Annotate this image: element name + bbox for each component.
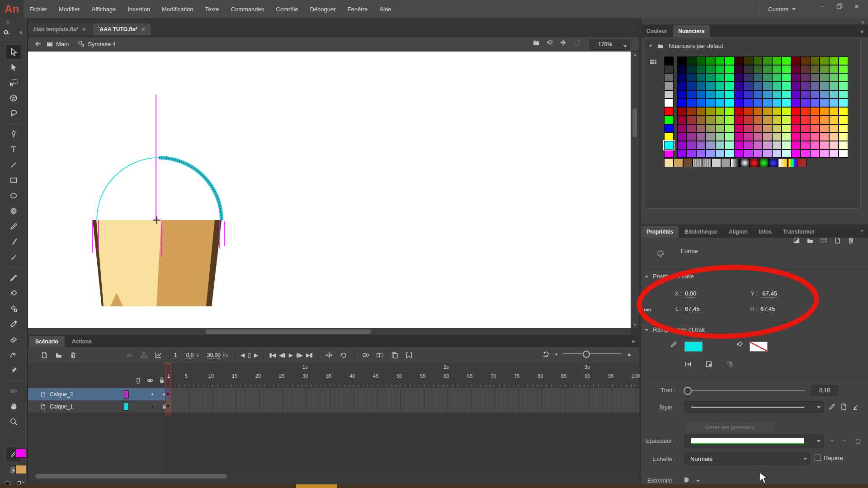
text-tool[interactable]: T — [6, 143, 21, 156]
swatch[interactable] — [810, 73, 820, 82]
swatch[interactable] — [782, 90, 791, 99]
rectangle-tool[interactable] — [6, 174, 21, 187]
timeline-panel-menu-icon[interactable]: ≡ — [632, 338, 635, 344]
custom-swatch[interactable] — [712, 159, 721, 167]
swatch[interactable] — [801, 73, 810, 82]
onion-skin-icon[interactable] — [360, 350, 372, 360]
minimize-button[interactable]: ─ — [814, 1, 831, 12]
menu-aide[interactable]: Aide — [373, 6, 397, 13]
swatch[interactable] — [782, 82, 791, 90]
pen-tool[interactable] — [6, 127, 21, 141]
swatch[interactable] — [706, 132, 715, 141]
zoom-out-frames-icon[interactable]: ▲ — [554, 352, 558, 356]
oval-tool[interactable] — [6, 189, 21, 202]
asset-warp-tool[interactable] — [6, 348, 21, 361]
swatch[interactable] — [744, 73, 753, 82]
swatch[interactable] — [801, 116, 810, 124]
layer-name[interactable]: Calque_2 — [50, 391, 73, 398]
swatch[interactable] — [734, 107, 744, 116]
swatch[interactable] — [820, 116, 829, 124]
stroke-width-field[interactable]: 0,10 — [811, 385, 838, 396]
swatch[interactable] — [677, 99, 687, 107]
swatch[interactable] — [696, 141, 706, 150]
custom-swatch[interactable] — [721, 159, 731, 167]
scroll-up-icon[interactable]: ▲ — [633, 52, 637, 57]
menu-deboguer[interactable]: Déboguer — [304, 6, 341, 13]
swatch[interactable] — [687, 116, 696, 124]
document-tab[interactable]: `AAA TUTO.fla*✕ — [93, 23, 151, 35]
workspace-switcher[interactable]: Custom — [760, 0, 796, 18]
timeline-horizontal-scrollbar[interactable] — [28, 473, 639, 480]
reset-timeline-zoom-icon[interactable] — [542, 350, 550, 357]
swatch[interactable] — [706, 124, 715, 133]
swatch[interactable] — [715, 73, 725, 82]
eraser-tool[interactable] — [6, 333, 21, 346]
swatch[interactable] — [772, 124, 782, 133]
ink-bottle-tool[interactable] — [6, 302, 21, 315]
lasso-tool[interactable] — [6, 107, 21, 120]
swatch[interactable] — [706, 99, 715, 107]
swatch[interactable] — [753, 107, 763, 116]
swatch[interactable] — [715, 150, 725, 158]
swatch[interactable] — [734, 73, 744, 82]
swatch[interactable] — [810, 150, 820, 158]
close-tab-icon[interactable]: ✕ — [82, 27, 86, 33]
back-arrow-icon[interactable] — [34, 40, 42, 47]
swatch[interactable] — [753, 150, 763, 158]
swatch[interactable] — [687, 82, 696, 90]
stroke-color-well[interactable] — [684, 342, 703, 352]
swatch[interactable] — [839, 141, 848, 150]
stroke-slider-handle[interactable] — [684, 387, 692, 395]
delete-layer-icon[interactable] — [67, 350, 79, 360]
eyedropper-tool[interactable] — [6, 317, 21, 331]
center-frame-icon[interactable] — [323, 350, 335, 360]
art-brush-tool[interactable] — [6, 235, 21, 249]
custom-swatch[interactable] — [750, 159, 759, 167]
swatch[interactable] — [782, 132, 791, 141]
step-back-button[interactable]: ◀ — [239, 352, 246, 358]
lock-column-icon[interactable] — [158, 376, 165, 384]
current-frame[interactable]: 1 — [173, 352, 178, 358]
swatch[interactable] — [677, 82, 687, 90]
timeline-ruler[interactable]: 1s2s3s1510152025303540455055606570758085… — [165, 363, 639, 388]
custom-swatch[interactable] — [683, 159, 693, 167]
swatch[interactable] — [791, 107, 801, 116]
swatch[interactable] — [791, 150, 801, 158]
swatch[interactable] — [801, 124, 810, 133]
tab-nuanciers[interactable]: Nuanciers — [673, 25, 710, 37]
swatch[interactable] — [829, 141, 839, 150]
swatch[interactable] — [810, 132, 820, 141]
stage-canvas[interactable] — [28, 52, 631, 328]
swatch[interactable] — [744, 116, 753, 124]
pin-tool[interactable] — [6, 363, 21, 377]
swatch[interactable] — [677, 65, 687, 74]
swatch[interactable] — [829, 90, 839, 99]
scroll-down-icon[interactable]: ▼ — [633, 323, 637, 327]
visibility-column-icon[interactable] — [146, 377, 154, 384]
hand-tool[interactable] — [6, 399, 21, 413]
close-button[interactable]: ✕ — [848, 1, 865, 12]
collapse-panel-icon[interactable]: « — [6, 19, 9, 25]
swatch[interactable] — [763, 116, 772, 124]
swatch[interactable] — [829, 124, 839, 133]
swatch[interactable] — [801, 56, 810, 65]
swatch[interactable] — [753, 132, 763, 141]
remove-profile-icon[interactable]: − — [843, 436, 847, 444]
swatch[interactable] — [782, 141, 791, 150]
swatch[interactable] — [664, 99, 674, 107]
swatch[interactable] — [706, 73, 715, 82]
swatch[interactable] — [715, 141, 725, 150]
tab-aligner[interactable]: Aligner — [723, 226, 753, 238]
swatch[interactable] — [696, 99, 706, 107]
swatch[interactable] — [763, 107, 772, 116]
tab-proprietes[interactable]: Propriétés — [641, 226, 679, 238]
playhead[interactable] — [165, 363, 170, 416]
swatch[interactable] — [725, 73, 734, 82]
swatch[interactable] — [664, 132, 674, 141]
swatch[interactable] — [782, 107, 791, 116]
swatch[interactable] — [664, 141, 674, 150]
timeline-hscroll-thumb[interactable] — [35, 474, 227, 479]
swatch[interactable] — [734, 99, 744, 107]
frame-zoom-slider[interactable] — [563, 353, 622, 354]
layer-row-calque_1[interactable]: Calque_1 ● — [28, 400, 165, 413]
